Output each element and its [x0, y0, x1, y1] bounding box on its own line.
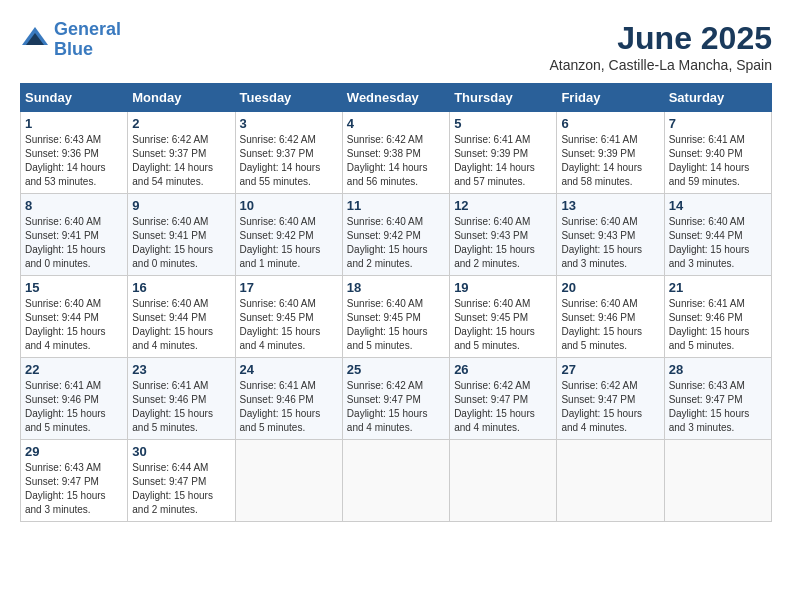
day-cell-5: 5 Sunrise: 6:41 AMSunset: 9:39 PMDayligh…: [450, 112, 557, 194]
day-info: Sunrise: 6:41 AMSunset: 9:46 PMDaylight:…: [240, 379, 338, 435]
day-number: 21: [669, 280, 767, 295]
day-cell-19: 19 Sunrise: 6:40 AMSunset: 9:45 PMDaylig…: [450, 276, 557, 358]
day-cell-13: 13 Sunrise: 6:40 AMSunset: 9:43 PMDaylig…: [557, 194, 664, 276]
day-info: Sunrise: 6:42 AMSunset: 9:37 PMDaylight:…: [132, 133, 230, 189]
day-number: 22: [25, 362, 123, 377]
header-tuesday: Tuesday: [235, 84, 342, 112]
day-cell-20: 20 Sunrise: 6:40 AMSunset: 9:46 PMDaylig…: [557, 276, 664, 358]
day-info: Sunrise: 6:41 AMSunset: 9:46 PMDaylight:…: [132, 379, 230, 435]
week-row-5: 29 Sunrise: 6:43 AMSunset: 9:47 PMDaylig…: [21, 440, 772, 522]
empty-cell: [450, 440, 557, 522]
day-cell-8: 8 Sunrise: 6:40 AMSunset: 9:41 PMDayligh…: [21, 194, 128, 276]
day-info: Sunrise: 6:43 AMSunset: 9:36 PMDaylight:…: [25, 133, 123, 189]
month-title: June 2025: [549, 20, 772, 57]
day-info: Sunrise: 6:41 AMSunset: 9:46 PMDaylight:…: [669, 297, 767, 353]
day-info: Sunrise: 6:40 AMSunset: 9:44 PMDaylight:…: [25, 297, 123, 353]
day-info: Sunrise: 6:40 AMSunset: 9:45 PMDaylight:…: [454, 297, 552, 353]
day-number: 14: [669, 198, 767, 213]
day-info: Sunrise: 6:40 AMSunset: 9:44 PMDaylight:…: [132, 297, 230, 353]
day-cell-27: 27 Sunrise: 6:42 AMSunset: 9:47 PMDaylig…: [557, 358, 664, 440]
day-info: Sunrise: 6:40 AMSunset: 9:43 PMDaylight:…: [561, 215, 659, 271]
page-header: General Blue June 2025 Atanzon, Castille…: [20, 20, 772, 73]
day-cell-2: 2 Sunrise: 6:42 AMSunset: 9:37 PMDayligh…: [128, 112, 235, 194]
logo-text: General Blue: [54, 20, 121, 60]
day-info: Sunrise: 6:41 AMSunset: 9:39 PMDaylight:…: [561, 133, 659, 189]
day-info: Sunrise: 6:42 AMSunset: 9:47 PMDaylight:…: [454, 379, 552, 435]
day-number: 10: [240, 198, 338, 213]
day-cell-15: 15 Sunrise: 6:40 AMSunset: 9:44 PMDaylig…: [21, 276, 128, 358]
logo-line1: General: [54, 19, 121, 39]
day-cell-10: 10 Sunrise: 6:40 AMSunset: 9:42 PMDaylig…: [235, 194, 342, 276]
day-cell-25: 25 Sunrise: 6:42 AMSunset: 9:47 PMDaylig…: [342, 358, 449, 440]
day-cell-14: 14 Sunrise: 6:40 AMSunset: 9:44 PMDaylig…: [664, 194, 771, 276]
day-info: Sunrise: 6:44 AMSunset: 9:47 PMDaylight:…: [132, 461, 230, 517]
day-number: 16: [132, 280, 230, 295]
day-info: Sunrise: 6:40 AMSunset: 9:44 PMDaylight:…: [669, 215, 767, 271]
day-info: Sunrise: 6:41 AMSunset: 9:39 PMDaylight:…: [454, 133, 552, 189]
day-number: 29: [25, 444, 123, 459]
day-info: Sunrise: 6:43 AMSunset: 9:47 PMDaylight:…: [25, 461, 123, 517]
day-number: 19: [454, 280, 552, 295]
day-cell-11: 11 Sunrise: 6:40 AMSunset: 9:42 PMDaylig…: [342, 194, 449, 276]
day-cell-21: 21 Sunrise: 6:41 AMSunset: 9:46 PMDaylig…: [664, 276, 771, 358]
day-number: 13: [561, 198, 659, 213]
day-number: 8: [25, 198, 123, 213]
day-number: 30: [132, 444, 230, 459]
empty-cell: [235, 440, 342, 522]
header-sunday: Sunday: [21, 84, 128, 112]
day-cell-18: 18 Sunrise: 6:40 AMSunset: 9:45 PMDaylig…: [342, 276, 449, 358]
header-saturday: Saturday: [664, 84, 771, 112]
day-info: Sunrise: 6:42 AMSunset: 9:47 PMDaylight:…: [561, 379, 659, 435]
day-info: Sunrise: 6:40 AMSunset: 9:45 PMDaylight:…: [240, 297, 338, 353]
day-info: Sunrise: 6:41 AMSunset: 9:40 PMDaylight:…: [669, 133, 767, 189]
logo-icon: [20, 25, 50, 55]
location: Atanzon, Castille-La Mancha, Spain: [549, 57, 772, 73]
day-number: 11: [347, 198, 445, 213]
day-info: Sunrise: 6:42 AMSunset: 9:38 PMDaylight:…: [347, 133, 445, 189]
day-number: 1: [25, 116, 123, 131]
day-info: Sunrise: 6:40 AMSunset: 9:43 PMDaylight:…: [454, 215, 552, 271]
week-row-4: 22 Sunrise: 6:41 AMSunset: 9:46 PMDaylig…: [21, 358, 772, 440]
day-cell-9: 9 Sunrise: 6:40 AMSunset: 9:41 PMDayligh…: [128, 194, 235, 276]
day-info: Sunrise: 6:40 AMSunset: 9:41 PMDaylight:…: [132, 215, 230, 271]
week-row-3: 15 Sunrise: 6:40 AMSunset: 9:44 PMDaylig…: [21, 276, 772, 358]
day-cell-6: 6 Sunrise: 6:41 AMSunset: 9:39 PMDayligh…: [557, 112, 664, 194]
day-number: 28: [669, 362, 767, 377]
day-number: 18: [347, 280, 445, 295]
header-friday: Friday: [557, 84, 664, 112]
day-number: 24: [240, 362, 338, 377]
day-cell-29: 29 Sunrise: 6:43 AMSunset: 9:47 PMDaylig…: [21, 440, 128, 522]
header-wednesday: Wednesday: [342, 84, 449, 112]
day-number: 7: [669, 116, 767, 131]
day-cell-23: 23 Sunrise: 6:41 AMSunset: 9:46 PMDaylig…: [128, 358, 235, 440]
day-number: 5: [454, 116, 552, 131]
day-info: Sunrise: 6:40 AMSunset: 9:41 PMDaylight:…: [25, 215, 123, 271]
weekday-header-row: Sunday Monday Tuesday Wednesday Thursday…: [21, 84, 772, 112]
day-cell-22: 22 Sunrise: 6:41 AMSunset: 9:46 PMDaylig…: [21, 358, 128, 440]
logo-line2: Blue: [54, 39, 93, 59]
day-cell-26: 26 Sunrise: 6:42 AMSunset: 9:47 PMDaylig…: [450, 358, 557, 440]
day-cell-7: 7 Sunrise: 6:41 AMSunset: 9:40 PMDayligh…: [664, 112, 771, 194]
empty-cell: [664, 440, 771, 522]
header-monday: Monday: [128, 84, 235, 112]
day-cell-12: 12 Sunrise: 6:40 AMSunset: 9:43 PMDaylig…: [450, 194, 557, 276]
day-number: 20: [561, 280, 659, 295]
day-cell-4: 4 Sunrise: 6:42 AMSunset: 9:38 PMDayligh…: [342, 112, 449, 194]
day-number: 27: [561, 362, 659, 377]
day-info: Sunrise: 6:40 AMSunset: 9:42 PMDaylight:…: [240, 215, 338, 271]
day-cell-28: 28 Sunrise: 6:43 AMSunset: 9:47 PMDaylig…: [664, 358, 771, 440]
logo: General Blue: [20, 20, 121, 60]
day-cell-1: 1 Sunrise: 6:43 AMSunset: 9:36 PMDayligh…: [21, 112, 128, 194]
day-number: 12: [454, 198, 552, 213]
day-number: 3: [240, 116, 338, 131]
day-info: Sunrise: 6:40 AMSunset: 9:46 PMDaylight:…: [561, 297, 659, 353]
day-info: Sunrise: 6:41 AMSunset: 9:46 PMDaylight:…: [25, 379, 123, 435]
day-number: 26: [454, 362, 552, 377]
day-cell-16: 16 Sunrise: 6:40 AMSunset: 9:44 PMDaylig…: [128, 276, 235, 358]
day-cell-30: 30 Sunrise: 6:44 AMSunset: 9:47 PMDaylig…: [128, 440, 235, 522]
day-number: 17: [240, 280, 338, 295]
day-cell-24: 24 Sunrise: 6:41 AMSunset: 9:46 PMDaylig…: [235, 358, 342, 440]
day-number: 9: [132, 198, 230, 213]
day-cell-17: 17 Sunrise: 6:40 AMSunset: 9:45 PMDaylig…: [235, 276, 342, 358]
day-number: 6: [561, 116, 659, 131]
